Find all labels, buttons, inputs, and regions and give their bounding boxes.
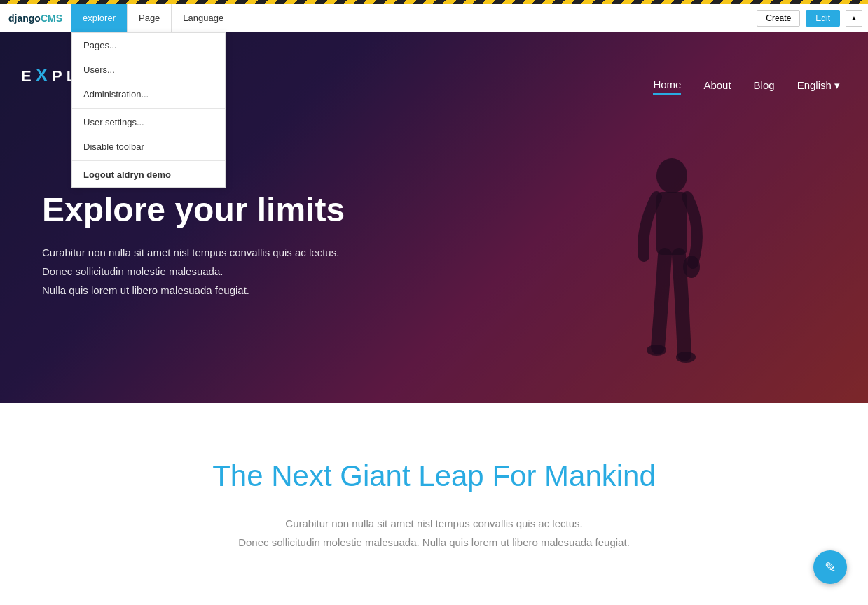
edit-button[interactable]: Edit <box>806 10 840 27</box>
svg-point-3 <box>647 345 666 356</box>
toolbar-right: Create Edit ▲ <box>757 10 868 27</box>
svg-rect-1 <box>656 192 687 255</box>
hero-content: Explore your limits Curabitur non nulla … <box>0 192 387 300</box>
nav-about[interactable]: About <box>703 79 731 94</box>
explorer-dropdown: Pages... Users... Administration... User… <box>71 32 226 188</box>
create-button[interactable]: Create <box>757 10 800 27</box>
dropdown-logout[interactable]: Logout aldryn demo <box>72 162 225 187</box>
cms-logo-text: djangoCMS <box>8 13 62 24</box>
nav-blog[interactable]: Blog <box>754 79 775 94</box>
cms-toolbar: djangoCMS explorer Pages... Users... Adm… <box>0 4 868 32</box>
collapse-button[interactable]: ▲ <box>846 10 862 27</box>
content-section: The Next Giant Leap For Mankind Curabitu… <box>0 403 868 605</box>
content-title: The Next Giant Leap For Mankind <box>28 459 840 493</box>
toolbar-nav-explorer[interactable]: explorer Pages... Users... Administratio… <box>71 4 128 32</box>
hero-desc-line2: Donec sollicitudin molestie malesuada. <box>42 262 345 281</box>
site-nav-items: Home About Blog English ▾ <box>653 78 840 95</box>
hero-desc-line3: Nulla quis lorem ut libero malesuada feu… <box>42 281 345 300</box>
hero-desc: Curabitur non nulla sit amet nisl tempus… <box>42 243 345 300</box>
toolbar-nav: explorer Pages... Users... Administratio… <box>71 4 235 32</box>
cms-logo: djangoCMS <box>0 4 71 32</box>
hero-figure <box>602 137 742 403</box>
svg-point-0 <box>656 158 687 193</box>
dropdown-administration[interactable]: Administration... <box>72 82 225 106</box>
hero-desc-line1: Curabitur non nulla sit amet nisl tempus… <box>42 243 345 262</box>
fab-button[interactable]: ✎ <box>813 550 847 584</box>
dropdown-divider-1 <box>72 108 225 109</box>
dropdown-pages[interactable]: Pages... <box>72 33 225 57</box>
edit-fab-icon: ✎ <box>825 559 836 576</box>
content-desc: Curabitur non nulla sit amet nisl tempus… <box>189 514 680 552</box>
dropdown-users[interactable]: Users... <box>72 57 225 82</box>
toolbar-nav-language[interactable]: Language <box>172 4 235 32</box>
dropdown-user-settings[interactable]: User settings... <box>72 110 225 134</box>
hero-title: Explore your limits <box>42 192 345 229</box>
dropdown-disable-toolbar[interactable]: Disable toolbar <box>72 134 225 159</box>
content-desc-line1: Curabitur non nulla sit amet nisl tempus… <box>189 514 680 533</box>
nav-home[interactable]: Home <box>653 78 681 95</box>
svg-point-4 <box>676 352 696 363</box>
content-desc-line2: Donec sollicitudin molestie malesuada. N… <box>189 533 680 552</box>
nav-language[interactable]: English ▾ <box>797 79 840 95</box>
toolbar-nav-page[interactable]: Page <box>128 4 172 32</box>
dropdown-divider-2 <box>72 160 225 161</box>
